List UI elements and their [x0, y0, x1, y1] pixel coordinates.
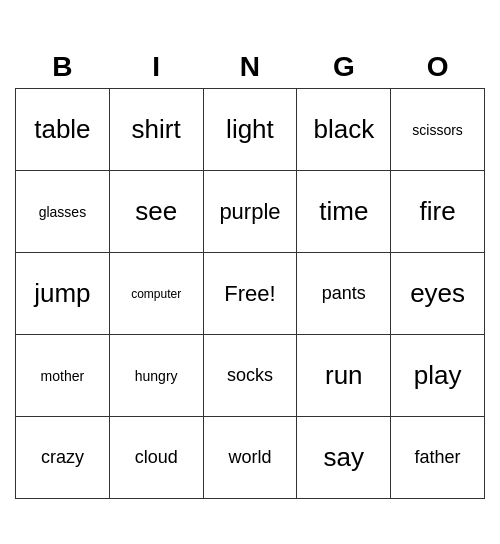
cell-text: socks: [208, 365, 293, 386]
cell-text: Free!: [208, 281, 293, 307]
cell-0-3: black: [297, 89, 391, 171]
cell-3-2: socks: [203, 335, 297, 417]
cell-text: table: [20, 114, 105, 145]
cell-2-0: jump: [16, 253, 110, 335]
cell-text: glasses: [20, 204, 105, 220]
cell-text: fire: [395, 196, 480, 227]
cell-text: eyes: [395, 278, 480, 309]
cell-4-3: say: [297, 417, 391, 499]
cell-2-4: eyes: [391, 253, 485, 335]
bingo-header-o: O: [391, 45, 485, 89]
cell-1-0: glasses: [16, 171, 110, 253]
table-row: jumpcomputerFree!pantseyes: [16, 253, 485, 335]
cell-4-0: crazy: [16, 417, 110, 499]
cell-0-1: shirt: [109, 89, 203, 171]
cell-2-3: pants: [297, 253, 391, 335]
cell-0-0: table: [16, 89, 110, 171]
cell-text: father: [395, 447, 480, 468]
cell-4-2: world: [203, 417, 297, 499]
cell-text: computer: [114, 287, 199, 301]
cell-3-4: play: [391, 335, 485, 417]
cell-text: play: [395, 360, 480, 391]
cell-1-4: fire: [391, 171, 485, 253]
bingo-card: BINGO tableshirtlightblackscissorsglasse…: [15, 45, 485, 500]
cell-3-0: mother: [16, 335, 110, 417]
cell-4-4: father: [391, 417, 485, 499]
cell-4-1: cloud: [109, 417, 203, 499]
table-row: glassesseepurpletimefire: [16, 171, 485, 253]
cell-0-4: scissors: [391, 89, 485, 171]
cell-text: cloud: [114, 447, 199, 468]
cell-1-2: purple: [203, 171, 297, 253]
cell-text: shirt: [114, 114, 199, 145]
bingo-header-n: N: [203, 45, 297, 89]
cell-text: black: [301, 114, 386, 145]
cell-text: time: [301, 196, 386, 227]
cell-text: light: [208, 114, 293, 145]
cell-1-1: see: [109, 171, 203, 253]
bingo-header-g: G: [297, 45, 391, 89]
cell-text: mother: [20, 368, 105, 384]
cell-1-3: time: [297, 171, 391, 253]
table-row: motherhungrysocksrunplay: [16, 335, 485, 417]
cell-text: see: [114, 196, 199, 227]
cell-text: scissors: [395, 122, 480, 138]
cell-text: purple: [208, 199, 293, 225]
cell-text: world: [208, 447, 293, 468]
cell-3-3: run: [297, 335, 391, 417]
cell-text: run: [301, 360, 386, 391]
table-row: tableshirtlightblackscissors: [16, 89, 485, 171]
bingo-header-i: I: [109, 45, 203, 89]
table-row: crazycloudworldsayfather: [16, 417, 485, 499]
cell-2-2: Free!: [203, 253, 297, 335]
cell-text: jump: [20, 278, 105, 309]
cell-0-2: light: [203, 89, 297, 171]
bingo-header-b: B: [16, 45, 110, 89]
cell-2-1: computer: [109, 253, 203, 335]
cell-text: say: [301, 442, 386, 473]
cell-3-1: hungry: [109, 335, 203, 417]
cell-text: hungry: [114, 368, 199, 384]
cell-text: pants: [301, 283, 386, 304]
cell-text: crazy: [20, 447, 105, 468]
